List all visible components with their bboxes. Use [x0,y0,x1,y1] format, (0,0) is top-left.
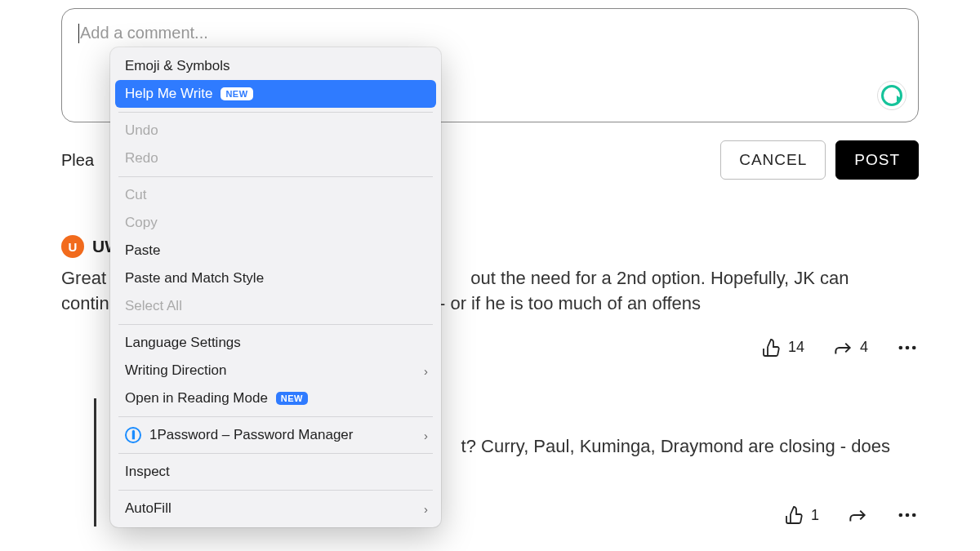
comment-placeholder: Add a comment... [80,24,900,42]
like-count: 14 [788,339,804,356]
onepassword-icon: ⏽ [125,427,141,443]
menu-item-label: Select All [125,298,182,314]
menu-item-cut: Cut [115,181,436,209]
menu-item-label: Open in Reading Mode [125,390,268,407]
menu-separator [118,416,433,417]
menu-separator [118,453,433,454]
svg-point-3 [899,513,903,518]
reply-count: 4 [860,339,868,356]
menu-item-label: Paste [125,242,160,259]
menu-item-label: Paste and Match Style [125,270,264,287]
menu-item-paste-and-match-style[interactable]: Paste and Match Style [115,264,436,292]
menu-separator [118,490,433,491]
new-badge: NEW [220,87,252,100]
menu-item-label: Emoji & Symbols [125,58,229,74]
menu-item-inspect[interactable]: Inspect [115,458,436,486]
reply-button[interactable]: 4 [832,337,868,358]
like-button[interactable]: 1 [785,505,819,525]
more-dots-icon [896,336,919,359]
menu-separator [118,112,433,113]
svg-point-5 [912,513,916,518]
like-count: 1 [811,507,819,524]
thumbs-up-icon [785,505,804,525]
menu-item-label: AutoFill [125,500,172,517]
menu-item-label: Writing Direction [125,362,226,379]
menu-item-label: Inspect [125,464,170,480]
post-button[interactable]: POST [835,140,919,180]
svg-point-2 [912,345,916,349]
cancel-button[interactable]: CANCEL [720,140,826,180]
menu-separator [118,176,433,177]
menu-item-label: Help Me Write [125,86,212,102]
menu-item-help-me-write[interactable]: Help Me WriteNEW [115,80,436,108]
reply-button[interactable] [847,504,868,526]
context-menu[interactable]: Emoji & SymbolsHelp Me WriteNEWUndoRedoC… [110,47,441,527]
chevron-right-icon: › [424,429,428,442]
menu-item-redo: Redo [115,144,436,172]
like-button[interactable]: 14 [762,338,804,358]
menu-item-undo: Undo [115,117,436,144]
more-dots-icon [896,504,919,527]
svg-point-4 [906,513,910,518]
reply-arrow-icon [832,337,853,358]
menu-item-open-in-reading-mode[interactable]: Open in Reading ModeNEW [115,384,436,412]
more-button[interactable] [896,336,919,359]
text-cursor [78,24,79,43]
chevron-right-icon: › [424,364,428,378]
menu-item-label: Copy [125,215,158,231]
chevron-right-icon: › [424,502,428,516]
avatar[interactable]: U [61,235,84,258]
menu-item-label: Undo [125,122,158,139]
menu-item-paste[interactable]: Paste [115,237,436,264]
svg-point-1 [906,345,910,349]
menu-item-language-settings[interactable]: Language Settings [115,329,436,357]
menu-item-label: Language Settings [125,335,241,351]
menu-item-label: Redo [125,150,158,167]
menu-separator [118,324,433,325]
menu-item-copy: Copy [115,209,436,237]
menu-item-writing-direction[interactable]: Writing Direction› [115,357,436,384]
svg-point-0 [899,345,903,349]
more-button[interactable] [896,504,919,527]
menu-item-label: Cut [125,187,146,203]
menu-item-autofill[interactable]: AutoFill› [115,495,436,522]
menu-item-label: 1Password – Password Manager [149,427,353,443]
new-badge: NEW [276,392,308,405]
hint-text: Plea [61,151,94,170]
grammarly-icon[interactable] [877,81,906,110]
menu-item-emoji-symbols[interactable]: Emoji & Symbols [115,52,436,80]
menu-item-select-all: Select All [115,292,436,320]
thumbs-up-icon [762,338,782,358]
menu-item-1password-password-manager[interactable]: ⏽1Password – Password Manager› [115,421,436,449]
reply-arrow-icon [847,504,868,526]
